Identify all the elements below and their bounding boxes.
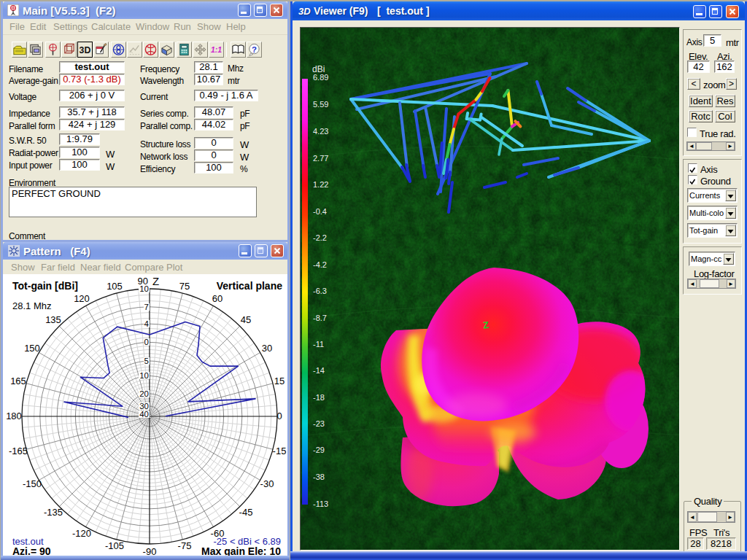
svg-text:40: 40 <box>139 410 149 419</box>
svg-text:7: 7 <box>144 303 149 311</box>
svg-text:10: 10 <box>139 371 149 380</box>
svg-text:-105: -105 <box>105 540 124 551</box>
svg-text:180: 180 <box>6 411 22 421</box>
svg-text:-75: -75 <box>178 540 192 551</box>
svg-text:5: 5 <box>144 357 149 365</box>
svg-text:1:1: 1:1 <box>211 46 222 54</box>
svg-text:3D: 3D <box>80 45 91 55</box>
svg-text:0: 0 <box>144 338 149 346</box>
svg-text:-45: -45 <box>239 507 253 518</box>
svg-text:30: 30 <box>262 343 272 354</box>
svg-text:15: 15 <box>274 376 285 386</box>
svg-text:45: 45 <box>241 314 251 325</box>
svg-text:135: 135 <box>45 314 61 325</box>
svg-text:-90: -90 <box>143 546 157 556</box>
svg-text:-165: -165 <box>9 446 28 456</box>
svg-text:-30: -30 <box>260 478 274 489</box>
svg-text:60: 60 <box>212 293 222 304</box>
svg-text:-120: -120 <box>72 528 91 539</box>
svg-text:150: 150 <box>24 343 40 354</box>
svg-text:105: 105 <box>107 281 123 292</box>
svg-text:Z: Z <box>152 275 159 287</box>
svg-text:120: 120 <box>74 293 90 304</box>
svg-text:-150: -150 <box>23 478 42 489</box>
svg-text:0: 0 <box>276 411 282 421</box>
svg-text:165: 165 <box>10 376 26 386</box>
svg-text:?: ? <box>252 45 257 54</box>
svg-text:4: 4 <box>144 319 150 328</box>
svg-text:75: 75 <box>179 281 190 292</box>
svg-text:10: 10 <box>139 284 149 293</box>
svg-text:20: 20 <box>139 389 149 398</box>
svg-text:-135: -135 <box>44 507 63 518</box>
svg-text:-15: -15 <box>273 446 287 456</box>
